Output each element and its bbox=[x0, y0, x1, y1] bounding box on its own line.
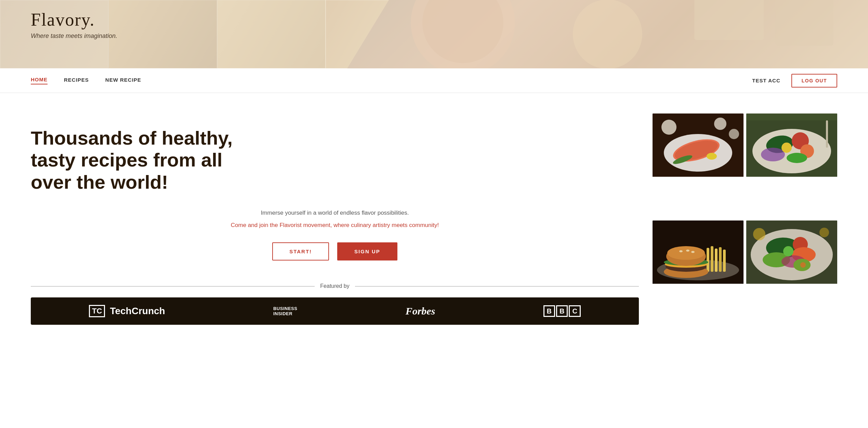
svg-point-52 bbox=[819, 228, 829, 237]
svg-point-50 bbox=[800, 262, 806, 268]
svg-point-13 bbox=[729, 129, 739, 139]
featured-section: Featured by TC TechCrunch BUSINESSINSIDE… bbox=[31, 283, 639, 325]
food-image-mixed-salad bbox=[746, 220, 837, 325]
sub-text: Immerse yourself in a world of endless f… bbox=[31, 210, 639, 216]
svg-point-51 bbox=[753, 228, 765, 240]
nav-link-new-recipe[interactable]: NEW RECIPE bbox=[105, 77, 141, 84]
food-image-salmon bbox=[653, 113, 744, 218]
featured-divider: Featured by bbox=[31, 283, 639, 289]
svg-point-37 bbox=[679, 250, 683, 252]
svg-point-39 bbox=[691, 251, 695, 253]
start-button[interactable]: START! bbox=[272, 242, 329, 260]
main-nav: HOME RECIPES NEW RECIPE TEST ACC LOG OUT bbox=[0, 68, 868, 93]
svg-rect-28 bbox=[715, 249, 718, 272]
featured-label: Featured by bbox=[320, 283, 349, 289]
brand-name: Flavory. bbox=[31, 10, 117, 30]
cta-buttons: START! SIGN UP bbox=[31, 242, 639, 260]
svg-rect-27 bbox=[711, 246, 713, 272]
brand-tagline: Where taste meets imagination. bbox=[31, 32, 117, 40]
svg-point-48 bbox=[783, 246, 793, 256]
food-image-burger bbox=[653, 220, 744, 325]
hero-overlay bbox=[0, 0, 868, 68]
svg-point-10 bbox=[707, 153, 717, 160]
logo-techcrunch: TC TechCrunch bbox=[89, 305, 165, 317]
svg-rect-29 bbox=[719, 247, 722, 272]
signup-button[interactable]: SIGN UP bbox=[337, 242, 397, 260]
bbc-b2: B bbox=[556, 305, 568, 317]
main-heading: Thousands of healthy, tasty recipes from… bbox=[31, 127, 263, 193]
nav-username: TEST ACC bbox=[752, 78, 780, 83]
food-image-salad bbox=[746, 113, 837, 218]
logo-forbes: Forbes bbox=[406, 305, 435, 317]
food-images-grid bbox=[653, 113, 837, 325]
featured-logos-bar: TC TechCrunch BUSINESSINSIDER Forbes B B… bbox=[31, 297, 639, 325]
nav-link-recipes[interactable]: RECIPES bbox=[64, 77, 89, 84]
main-content: Thousands of healthy, tasty recipes from… bbox=[0, 93, 868, 345]
divider-line-right bbox=[355, 286, 639, 286]
svg-point-21 bbox=[781, 143, 792, 153]
nav-links: HOME RECIPES NEW RECIPE bbox=[31, 77, 141, 84]
forbes-label: Forbes bbox=[406, 305, 435, 317]
svg-point-20 bbox=[787, 153, 807, 163]
divider-line-left bbox=[31, 286, 315, 286]
svg-point-11 bbox=[661, 120, 676, 135]
logo-business-insider: BUSINESSINSIDER bbox=[273, 306, 297, 317]
nav-link-home[interactable]: HOME bbox=[31, 77, 48, 84]
main-left-panel: Thousands of healthy, tasty recipes from… bbox=[31, 113, 639, 325]
svg-rect-26 bbox=[707, 248, 709, 272]
bbc-c: C bbox=[569, 305, 580, 317]
svg-rect-23 bbox=[746, 113, 837, 120]
svg-rect-30 bbox=[723, 250, 726, 272]
svg-point-36 bbox=[667, 246, 705, 260]
bbc-b1: B bbox=[543, 305, 555, 317]
tc-icon: TC bbox=[89, 305, 105, 317]
cta-text: Come and join the Flavorist movement, wh… bbox=[31, 222, 639, 229]
svg-point-38 bbox=[686, 250, 689, 252]
business-insider-label: BUSINESSINSIDER bbox=[273, 306, 297, 317]
techcrunch-label: TechCrunch bbox=[110, 306, 165, 317]
hero-banner: Flavory. Where taste meets imagination. bbox=[0, 0, 868, 68]
hero-text-block: Flavory. Where taste meets imagination. bbox=[31, 10, 117, 40]
svg-point-12 bbox=[714, 118, 726, 130]
logo-bbc: B B C bbox=[543, 305, 581, 317]
svg-point-19 bbox=[761, 148, 785, 161]
logout-button[interactable]: LOG OUT bbox=[791, 74, 837, 88]
svg-rect-22 bbox=[826, 120, 828, 148]
